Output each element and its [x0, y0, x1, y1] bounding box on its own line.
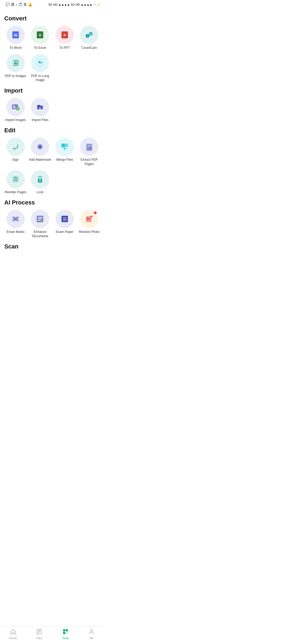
signal-icons: 5G HD ▲▲▲▲ 5G HD ▲▲▲▲ — [48, 3, 92, 6]
tool-item-extract-pages[interactable]: Extract PDF Pages — [78, 138, 101, 166]
status-left: 💬 度 ♪ 🎵 支 🔔 — [4, 2, 32, 7]
tool-icon-pdf-images — [6, 54, 25, 72]
tool-label-watermark: Add Watermark — [29, 158, 51, 162]
tool-icon-to-ppt: P — [56, 26, 74, 44]
tool-icon-enhance-docs: HD — [31, 210, 49, 228]
status-bar: 💬 度 ♪ 🎵 支 🔔 5G HD ▲▲▲▲ 5G HD ▲▲▲▲ ⚡ — [0, 0, 105, 8]
svg-text:2: 2 — [87, 35, 88, 38]
tool-label-pdf-long-image: PDF to Long Image — [29, 74, 52, 82]
tool-icon-restore-photo — [80, 210, 98, 228]
svg-point-20 — [13, 105, 15, 107]
tool-item-lock[interactable]: Lock — [29, 170, 52, 195]
tool-label-reorder-pages: Reorder Pages — [5, 190, 26, 195]
tool-item-pdf-images[interactable]: PDF to Images — [4, 54, 27, 82]
section-grid-import: Import Images Import Files — [4, 98, 100, 122]
notification-dot — [94, 211, 97, 214]
tool-item-import-files[interactable]: Import Files — [29, 98, 52, 122]
tool-label-enhance-docs: Enhance Documents — [29, 230, 52, 238]
svg-rect-39 — [38, 218, 42, 219]
section-grid-convert: W To Word X To Excel P To PPT 2 1 3 Coun… — [4, 26, 100, 82]
tool-icon-merge-files — [56, 138, 74, 156]
tool-icon-to-excel: X — [31, 26, 49, 44]
svg-point-21 — [16, 107, 20, 111]
tool-label-to-word: To Word — [10, 46, 21, 50]
tool-icon-watermark — [31, 138, 49, 156]
tool-label-countcam: CountCam — [82, 46, 97, 50]
tool-item-erase-marks[interactable]: Erase Marks — [4, 210, 27, 238]
section-title-ai-process: AI Process — [4, 199, 100, 206]
tool-item-countcam[interactable]: 2 1 3 CountCam — [78, 26, 101, 50]
svg-rect-27 — [65, 144, 68, 147]
tool-item-merge-files[interactable]: Merge Files — [53, 138, 76, 166]
tool-label-import-images: Import Images — [5, 118, 26, 122]
battery-level — [93, 4, 96, 5]
tool-icon-import-images — [6, 98, 25, 116]
tool-item-exam-paper[interactable]: Exam Paper — [53, 210, 76, 238]
tool-item-to-excel[interactable]: X To Excel — [29, 26, 52, 50]
svg-text:P: P — [63, 33, 66, 37]
tool-item-sign[interactable]: Sign — [4, 138, 27, 166]
svg-text:W: W — [14, 33, 17, 37]
svg-rect-38 — [38, 217, 42, 218]
tool-icon-countcam: 2 1 3 — [80, 26, 98, 44]
tool-item-to-ppt[interactable]: P To PPT — [53, 26, 76, 50]
svg-text:HD: HD — [40, 220, 43, 222]
svg-rect-42 — [61, 216, 68, 222]
tool-label-to-ppt: To PPT — [59, 46, 70, 50]
tool-icon-extract-pages — [80, 138, 98, 156]
tool-icon-reorder-pages — [6, 170, 25, 188]
section-title-edit: Edit — [4, 127, 100, 134]
tool-label-sign: Sign — [12, 158, 19, 162]
svg-point-33 — [39, 180, 41, 181]
tool-icon-import-files — [31, 98, 49, 116]
svg-text:3: 3 — [89, 36, 90, 38]
svg-point-18 — [39, 61, 40, 62]
tool-item-to-word[interactable]: W To Word — [4, 26, 27, 50]
section-title-convert: Convert — [4, 15, 100, 22]
section-grid-edit: Sign Add Watermark Merge Files Extract P… — [4, 138, 100, 194]
svg-rect-46 — [86, 216, 91, 222]
svg-text:1: 1 — [90, 33, 92, 35]
tool-icon-lock — [31, 170, 49, 188]
tool-label-pdf-images: PDF to Images — [5, 74, 26, 78]
status-right: 5G HD ▲▲▲▲ 5G HD ▲▲▲▲ ⚡ — [47, 3, 100, 6]
tool-item-pdf-long-image[interactable]: PDF to Long Image — [29, 54, 52, 82]
tool-item-import-images[interactable]: Import Images — [4, 98, 27, 122]
main-content: Convert W To Word X To Excel P To PPT 2 … — [0, 8, 105, 286]
tool-label-restore-photo: Restore Photo — [79, 230, 100, 234]
tool-item-watermark[interactable]: Add Watermark — [29, 138, 52, 166]
tool-item-enhance-docs[interactable]: HD Enhance Documents — [29, 210, 52, 238]
tool-item-reorder-pages[interactable]: Reorder Pages — [4, 170, 27, 195]
tool-label-extract-pages: Extract PDF Pages — [78, 158, 101, 166]
svg-rect-26 — [61, 144, 65, 147]
tool-label-erase-marks: Erase Marks — [6, 230, 24, 234]
svg-text:X: X — [39, 33, 42, 37]
tool-label-exam-paper: Exam Paper — [56, 230, 74, 234]
section-title-import: Import — [4, 87, 100, 94]
charging-icon: ⚡ — [97, 3, 100, 6]
tool-label-merge-files: Merge Files — [56, 158, 73, 162]
tool-label-import-files: Import Files — [32, 118, 49, 122]
tool-item-restore-photo[interactable]: Restore Photo — [78, 210, 101, 238]
tool-icon-sign — [6, 138, 25, 156]
notification-icons: 💬 度 ♪ 🎵 支 🔔 — [6, 2, 32, 7]
tool-icon-exam-paper — [56, 210, 74, 228]
tool-icon-to-word: W — [6, 26, 25, 44]
tool-icon-erase-marks — [6, 210, 25, 228]
tool-label-lock: Lock — [37, 190, 44, 195]
section-title-scan: Scan — [4, 243, 100, 250]
tool-icon-pdf-long-image — [31, 54, 49, 72]
svg-point-47 — [87, 217, 88, 218]
section-grid-ai-process: Erase Marks HD Enhance Documents Exam Pa… — [4, 210, 100, 238]
tool-label-to-excel: To Excel — [34, 46, 46, 50]
svg-point-15 — [15, 62, 16, 63]
